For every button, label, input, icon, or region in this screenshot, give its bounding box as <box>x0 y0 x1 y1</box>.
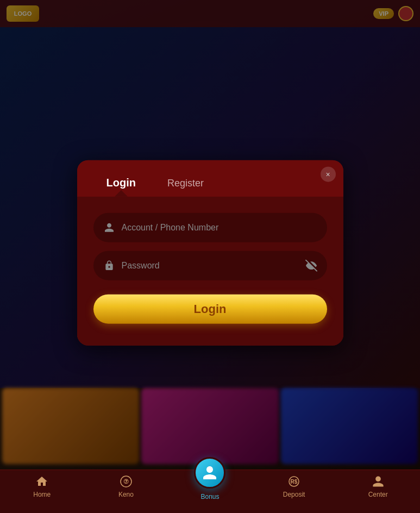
nav-item-deposit[interactable]: R$ Deposit <box>252 474 336 498</box>
nav-label-keno: Keno <box>118 491 134 498</box>
modal-body: Login <box>77 197 343 346</box>
nav-label-deposit: Deposit <box>283 491 305 498</box>
keno-icon: ⑦ <box>119 474 133 489</box>
nav-label-home: Home <box>33 491 51 498</box>
nav-item-keno[interactable]: ⑦ Keno <box>84 474 168 498</box>
nav-label-bonus: Bonus <box>200 493 219 501</box>
nav-label-center: Center <box>368 491 388 498</box>
bottom-navigation: Home ⑦ Keno Bonus R$ Deposit <box>0 470 420 513</box>
login-modal: Login Register × <box>77 160 343 346</box>
password-input-row <box>93 251 327 280</box>
login-button[interactable]: Login <box>93 295 327 324</box>
tab-register[interactable]: Register <box>154 172 217 197</box>
tab-login[interactable]: Login <box>93 171 149 197</box>
center-icon <box>371 474 385 489</box>
lock-icon <box>103 260 115 272</box>
nav-item-home[interactable]: Home <box>0 474 84 498</box>
account-input[interactable] <box>122 223 317 233</box>
modal-header: Login Register × <box>77 160 343 197</box>
nav-item-bonus[interactable]: Bonus <box>168 469 252 501</box>
user-icon <box>103 222 115 234</box>
home-icon <box>35 474 49 489</box>
close-icon: × <box>325 170 330 179</box>
svg-text:⑦: ⑦ <box>123 478 129 485</box>
close-button[interactable]: × <box>321 167 336 182</box>
password-input[interactable] <box>122 261 299 271</box>
bonus-circle <box>194 457 225 489</box>
account-input-row <box>93 213 327 242</box>
nav-item-center[interactable]: Center <box>336 474 420 498</box>
svg-text:R$: R$ <box>291 479 298 485</box>
deposit-icon: R$ <box>287 474 301 489</box>
toggle-password-icon[interactable] <box>305 260 317 272</box>
